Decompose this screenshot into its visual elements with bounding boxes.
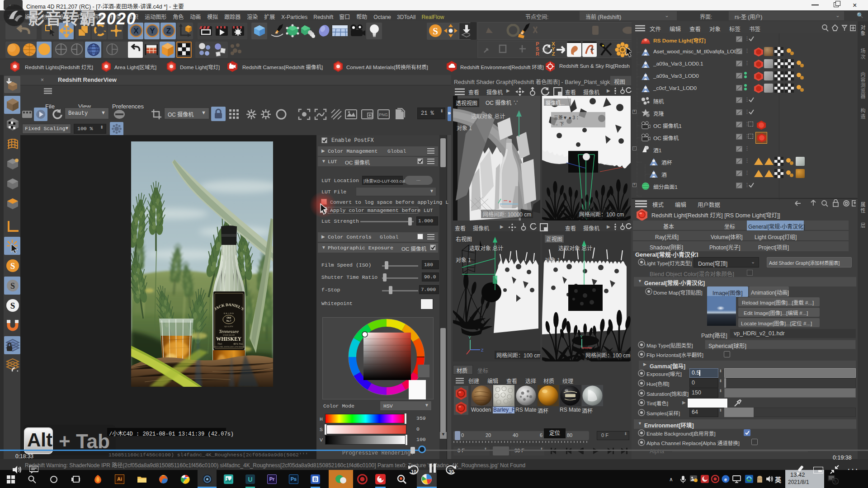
svg-text:S: S xyxy=(433,26,438,37)
svg-text:PNG: PNG xyxy=(379,113,388,117)
svg-text:WHISKEY: WHISKEY xyxy=(216,336,242,342)
svg-text:30: 30 xyxy=(448,469,454,474)
svg-text:e: e xyxy=(724,477,727,482)
svg-text:B: B xyxy=(314,477,317,482)
svg-text:S: S xyxy=(10,261,15,271)
svg-text:Y: Y xyxy=(580,334,583,339)
svg-text:Old: Old xyxy=(226,316,231,319)
svg-text:Y: Y xyxy=(150,27,155,35)
svg-text:Y: Y xyxy=(468,335,471,340)
svg-text:70cl: 70cl xyxy=(217,343,222,345)
svg-text:QUALITY: QUALITY xyxy=(224,325,234,328)
svg-text:No.7: No.7 xyxy=(226,319,231,322)
svg-text:B R A N D: B R A N D xyxy=(224,312,234,314)
svg-text:S: S xyxy=(10,282,15,291)
svg-text:Tennessee: Tennessee xyxy=(219,328,239,334)
svg-text:4: 4 xyxy=(834,479,836,484)
svg-text:U: U xyxy=(248,476,252,483)
svg-text:Z: Z xyxy=(481,348,484,352)
svg-text:10: 10 xyxy=(411,469,416,474)
svg-text:Z: Z xyxy=(166,27,171,35)
svg-text:S: S xyxy=(10,301,15,310)
svg-text:40% Vol.: 40% Vol. xyxy=(233,343,244,345)
